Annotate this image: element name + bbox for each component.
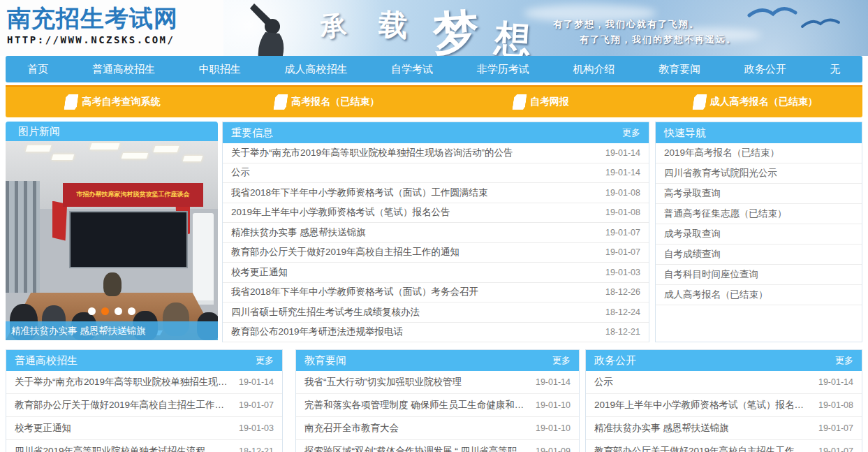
news-date: 19-01-14 — [605, 148, 640, 158]
photo-news-panel: 图片新闻 市招办帮扶席家沟村脱贫攻坚工作座谈会 — [6, 122, 218, 342]
news-link[interactable]: 四川省2019年高等职业院校单独考试招生流程 — [15, 445, 205, 452]
more-link[interactable]: 更多 — [622, 126, 640, 139]
news-row: 精准扶贫办实事 感恩帮扶送锦旗 19-01-07 — [223, 223, 649, 243]
photo-caption[interactable]: 精准扶贫办实事 感恩帮扶送锦旗 — [6, 321, 218, 340]
news-date: 19-01-07 — [605, 247, 640, 257]
carousel-dots — [88, 307, 135, 315]
news-link[interactable]: 关于举办“南充市2019年高等职业院校单独招生现场咨询活动”的公告 — [231, 147, 513, 159]
news-link[interactable]: 关于举办“南充市2019年高等职业院校单独招生现场咨询活... — [15, 376, 232, 388]
carousel-dot[interactable] — [128, 307, 135, 315]
photo-news-header: 图片新闻 — [6, 122, 218, 141]
news-row: 公示 19-01-14 — [586, 371, 862, 394]
news-link[interactable]: 校考更正通知 — [15, 422, 71, 435]
news-link[interactable]: 教育部办公厅关于做好2019年高校自主招生工作的通知 — [15, 399, 232, 411]
quick-nav-link[interactable]: 高考录取查询 — [664, 187, 721, 200]
quick-nav-link[interactable]: 自考科目时间座位查询 — [664, 268, 758, 281]
nav-item[interactable]: 教育要闻 — [659, 63, 700, 76]
news-date: 18-12-21 — [239, 446, 274, 452]
quick-nav-link[interactable]: 普通高考征集志愿（已结束） — [664, 207, 787, 220]
photo-news-image[interactable]: 市招办帮扶席家沟村脱贫攻坚工作座谈会 精准扶贫办实事 感恩帮扶送锦旗 — [6, 141, 218, 340]
quick-nav-link[interactable]: 成考录取查询 — [664, 228, 721, 240]
news-row: 校考更正通知 19-01-03 — [6, 417, 282, 440]
news-link[interactable]: 公示 — [594, 376, 613, 388]
news-row: 探索跨区域“双创”载体合作协调发展 “ 四川省高等职业院校... 19-01-0… — [296, 440, 579, 452]
news-date: 19-01-03 — [605, 268, 640, 277]
main-content-row: 图片新闻 市招办帮扶席家沟村脱贫攻坚工作座谈会 — [6, 122, 862, 342]
news-link[interactable]: 2019年上半年中小学教师资格考试（笔试）报名公告 — [594, 399, 811, 411]
colleges-title: 普通高校招生 — [15, 354, 78, 367]
quick-link-label: 自考网报 — [530, 96, 569, 108]
nav-item[interactable]: 成人高校招生 — [284, 63, 347, 76]
news-link[interactable]: 精准扶贫办实事 感恩帮扶送锦旗 — [231, 226, 366, 239]
news-date: 19-01-07 — [239, 400, 274, 410]
quick-link[interactable]: 高考自考查询系统 — [6, 94, 220, 110]
quick-nav-link[interactable]: 自考成绩查询 — [664, 248, 721, 261]
quick-nav-header: 快速导航 — [656, 122, 862, 143]
news-link[interactable]: 我省2018年下半年中小学教师资格考试（面试）考务会召开 — [231, 286, 478, 298]
carousel-dot[interactable] — [88, 307, 96, 315]
news-date: 19-01-07 — [818, 446, 853, 452]
news-date: 19-01-10 — [536, 400, 571, 410]
news-link[interactable]: 校考更正通知 — [231, 266, 288, 279]
quick-nav-title: 快速导航 — [664, 126, 706, 140]
gov-info-list: 公示 19-01-14 2019年上半年中小学教师资格考试（笔试）报名公告 19… — [586, 371, 862, 452]
news-date: 19-01-14 — [536, 377, 571, 387]
news-link[interactable]: 教育部公布2019年考研违法违规举报电话 — [231, 326, 403, 338]
news-link[interactable]: 公示 — [231, 166, 250, 179]
news-row: 四川省硕士研究生招生考试考生成绩复核办法 18-12-24 — [223, 302, 649, 323]
quick-nav-link[interactable]: 2019年高考报名（已结束） — [664, 147, 779, 159]
quick-link[interactable]: 高考报名（已结束） — [220, 94, 434, 110]
nav-item[interactable]: 政务公开 — [744, 63, 786, 76]
more-link[interactable]: 更多 — [552, 354, 571, 367]
news-row: 教育部办公厅关于做好2019年高校自主招生工作的通知 19-01-07 — [6, 394, 282, 417]
news-link[interactable]: 2019年上半年中小学教师资格考试（笔试）报名公告 — [231, 206, 450, 219]
carousel-dot[interactable] — [115, 307, 122, 315]
quick-nav-link[interactable]: 四川省教育考试院阳光公示 — [664, 167, 777, 180]
news-link[interactable]: 我省“五大行动”切实加强职业院校管理 — [304, 376, 462, 388]
news-link[interactable]: 探索跨区域“双创”载体合作协调发展 “ 四川省高等职业院校... — [304, 445, 529, 452]
carousel-dot-active[interactable] — [101, 307, 109, 315]
quick-link[interactable]: 成人高考报名（已结束） — [648, 94, 862, 110]
news-date: 19-01-10 — [536, 423, 571, 433]
news-link[interactable]: 四川省硕士研究生招生考试考生成绩复核办法 — [231, 306, 420, 319]
news-link[interactable]: 教育部办公厅关于做好2019年高校自主招生工作的通知 — [231, 246, 459, 258]
banner-slogan-line1: 有了梦想，我们心就有了飞翔。 — [553, 18, 700, 31]
gov-info-title: 政务公开 — [594, 354, 636, 367]
nav-item[interactable]: 中职招生 — [199, 63, 241, 76]
site-logo: 南充招生考试网 — [7, 4, 223, 32]
news-row: 完善和落实各项管理制度 确保师生员工生命健康和校园安全 19-01-10 — [296, 394, 579, 417]
nav-item[interactable]: 无 — [830, 63, 841, 76]
news-link[interactable]: 完善和落实各项管理制度 确保师生员工生命健康和校园安全 — [304, 399, 529, 411]
banner-text-char: 载 — [377, 5, 409, 46]
more-link[interactable]: 更多 — [256, 354, 274, 367]
gov-info-panel: 政务公开 更多 公示 19-01-14 2019年上半年中小学教师资格考试（笔试… — [585, 349, 862, 452]
more-link[interactable]: 更多 — [835, 354, 853, 367]
banner-text-char: 承 — [318, 7, 348, 45]
photo-meeting-banner: 市招办帮扶席家沟村脱贫攻坚工作座谈会 — [63, 183, 203, 207]
quick-nav-row: 普通高考征集志愿（已结束） — [656, 204, 862, 224]
nav-item[interactable]: 普通高校招生 — [92, 63, 155, 76]
news-link[interactable]: 精准扶贫办实事 感恩帮扶送锦旗 — [594, 422, 729, 435]
news-date: 18-12-21 — [605, 327, 640, 337]
banner-slogan-line2: 有了飞翔，我们的梦想不再遥远。 — [580, 34, 737, 46]
nav-item[interactable]: 自学考试 — [391, 63, 433, 76]
quick-link[interactable]: 自考网报 — [434, 94, 649, 110]
news-row: 我省2018年下半年中小学教师资格考试（面试）工作圆满结束 19-01-08 — [223, 183, 649, 203]
nav-item[interactable]: 首页 — [27, 63, 48, 76]
news-link[interactable]: 南充召开全市教育大会 — [304, 422, 399, 435]
nav-item[interactable]: 非学历考试 — [477, 63, 529, 76]
important-info-list: 关于举办“南充市2019年高等职业院校单独招生现场咨询活动”的公告 19-01-… — [223, 143, 649, 342]
colleges-panel: 普通高校招生 更多 关于举办“南充市2019年高等职业院校单独招生现场咨询活..… — [6, 349, 283, 452]
news-date: 19-01-09 — [536, 446, 571, 452]
quick-nav-link[interactable]: 成人高考报名（已结束） — [664, 289, 768, 301]
news-link[interactable]: 教育部办公厅关于做好2019年高校自主招生工作的通知 — [594, 445, 811, 452]
book-icon — [692, 94, 707, 110]
news-row: 校考更正通知 19-01-03 — [223, 263, 649, 283]
birds-icon — [742, 3, 847, 31]
news-row: 南充召开全市教育大会 19-01-10 — [296, 417, 579, 440]
photo-window — [6, 181, 40, 293]
nav-item[interactable]: 机构介绍 — [573, 63, 615, 76]
book-icon — [274, 94, 288, 110]
important-info-panel: 重要信息 更多 关于举办“南充市2019年高等职业院校单独招生现场咨询活动”的公… — [222, 122, 649, 342]
news-link[interactable]: 我省2018年下半年中小学教师资格考试（面试）工作圆满结束 — [231, 187, 488, 199]
